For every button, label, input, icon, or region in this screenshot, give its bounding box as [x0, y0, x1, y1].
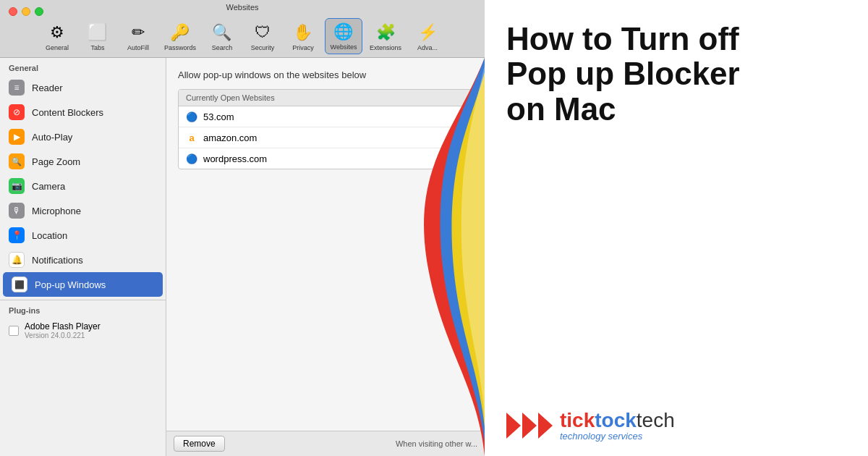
brand-tock: tock: [595, 409, 637, 431]
content-description: Allow pop-up windows on the websites bel…: [178, 69, 473, 80]
toolbar-privacy-label: Privacy: [292, 44, 314, 51]
sidebar-item-microphone[interactable]: 🎙 Microphone: [0, 198, 166, 223]
favicon-wordpress: 🔵: [186, 153, 197, 164]
brand-arrow-1: [506, 413, 521, 439]
sidebar-camera-label: Camera: [32, 181, 65, 192]
safari-settings-panel: Websites ⚙ General ⬜ Tabs ✏ AutoFill 🔑 P…: [0, 0, 485, 456]
site-name-53: 53.com: [203, 111, 234, 122]
title-line1: How to Turn off: [506, 22, 846, 56]
brand-text: ticktocktech technology services: [560, 410, 675, 442]
general-icon: ⚙: [47, 22, 67, 43]
sidebar-popup-windows-label: Pop-up Windows: [35, 279, 106, 290]
sidebar-item-camera[interactable]: 📷 Camera: [0, 174, 166, 198]
sidebar-item-reader[interactable]: ≡ Reader: [0, 75, 166, 100]
toolbar-general-label: General: [46, 44, 69, 51]
auto-play-icon: ▶: [9, 129, 25, 145]
sidebar: General ≡ Reader ⊘ Content Blockers ▶ Au…: [0, 58, 166, 456]
plugin-version: Version 24.0.0.221: [25, 332, 101, 339]
minimize-button[interactable]: [22, 7, 30, 16]
sidebar-item-auto-play[interactable]: ▶ Auto-Play: [0, 124, 166, 149]
plugins-section-label: Plug-ins: [0, 300, 166, 318]
plugin-name: Adobe Flash Player: [25, 321, 101, 332]
camera-icon: 📷: [9, 178, 25, 194]
table-header: Currently Open Websites: [179, 90, 472, 106]
sidebar-item-page-zoom[interactable]: 🔍 Page Zoom: [0, 149, 166, 174]
brand-section: ticktocktech technology services: [506, 410, 846, 442]
article-title: How to Turn off Pop up Blocker on Mac: [506, 22, 846, 127]
sidebar-item-content-blockers[interactable]: ⊘ Content Blockers: [0, 100, 166, 124]
traffic-lights: [9, 7, 43, 16]
table-row[interactable]: 🔵 wordpress.com: [179, 148, 472, 169]
page-zoom-icon: 🔍: [9, 153, 25, 169]
brand-tick: tick: [560, 409, 595, 431]
brand-arrows: [506, 413, 553, 439]
websites-icon: 🌐: [333, 22, 354, 42]
favicon-53: 🔵: [186, 111, 197, 122]
close-button[interactable]: [9, 7, 17, 16]
sidebar-reader-label: Reader: [32, 83, 63, 93]
toolbar-tabs[interactable]: ⬜ Tabs: [79, 20, 116, 54]
autofill-icon: ✏: [128, 22, 148, 43]
location-icon: 📍: [9, 227, 25, 243]
site-name-wordpress: wordpress.com: [203, 153, 267, 164]
right-panel: How to Turn off Pop up Blocker on Mac ti…: [485, 0, 868, 456]
toolbar-search-label: Search: [212, 44, 233, 51]
extensions-icon: 🧩: [375, 22, 396, 43]
table-row[interactable]: 🔵 53.com: [179, 106, 472, 127]
sidebar-location-label: Location: [32, 230, 67, 241]
toolbar-advanced[interactable]: ⚡ Adva...: [409, 20, 446, 54]
sidebar-microphone-label: Microphone: [32, 206, 81, 216]
site-name-amazon: amazon.com: [203, 132, 257, 143]
popup-windows-icon: ⬛: [12, 276, 27, 292]
toolbar-passwords-label: Passwords: [164, 44, 196, 51]
remove-button[interactable]: Remove: [174, 436, 225, 452]
brand-sub: technology services: [560, 431, 675, 442]
microphone-icon: 🎙: [9, 203, 25, 219]
brand-tech: tech: [637, 409, 675, 431]
sidebar-page-zoom-label: Page Zoom: [32, 156, 80, 167]
brand-arrow-2: [522, 413, 537, 439]
sidebar-item-location[interactable]: 📍 Location: [0, 223, 166, 248]
toolbar-search[interactable]: 🔍 Search: [203, 20, 241, 54]
toolbar-advanced-label: Adva...: [417, 44, 438, 51]
plugin-info: Adobe Flash Player Version 24.0.0.221: [25, 321, 101, 339]
sidebar-item-notifications[interactable]: 🔔 Notifications: [0, 248, 166, 272]
title-line3: on Mac: [506, 92, 846, 127]
toolbar-security-label: Security: [251, 44, 275, 51]
when-visiting-label: When visiting other w...: [396, 439, 477, 448]
maximize-button[interactable]: [35, 7, 43, 16]
table-row[interactable]: a amazon.com: [179, 127, 472, 148]
advanced-icon: ⚡: [417, 22, 438, 43]
main-content: General ≡ Reader ⊘ Content Blockers ▶ Au…: [0, 58, 485, 456]
content-blockers-icon: ⊘: [9, 104, 25, 120]
toolbar-extensions-label: Extensions: [370, 44, 401, 51]
adobe-flash-plugin: Adobe Flash Player Version 24.0.0.221: [0, 318, 166, 343]
toolbar-autofill-label: AutoFill: [127, 44, 149, 51]
sidebar-item-popup-windows[interactable]: ⬛ Pop-up Windows: [3, 272, 163, 297]
brand-name: ticktocktech: [560, 410, 675, 431]
toolbar-websites-label: Websites: [331, 43, 357, 51]
toolbar-privacy[interactable]: ✋ Privacy: [284, 20, 322, 54]
toolbar-websites[interactable]: 🌐 Websites: [325, 18, 362, 54]
notifications-icon: 🔔: [9, 252, 25, 268]
toolbar-tabs-label: Tabs: [90, 44, 104, 51]
toolbar-passwords[interactable]: 🔑 Passwords: [160, 20, 200, 54]
sidebar-notifications-label: Notifications: [32, 255, 83, 266]
plugin-checkbox[interactable]: [9, 326, 19, 336]
sidebar-auto-play-label: Auto-Play: [32, 132, 72, 143]
content-panel: Allow pop-up windows on the websites bel…: [166, 58, 485, 456]
security-icon: 🛡: [252, 22, 273, 43]
tabs-icon: ⬜: [88, 22, 108, 43]
sidebar-content-blockers-label: Content Blockers: [32, 107, 103, 118]
toolbar-security[interactable]: 🛡 Security: [244, 20, 281, 54]
privacy-icon: ✋: [293, 22, 313, 43]
window-title: Websites: [226, 3, 258, 12]
brand-arrow-3: [538, 413, 553, 439]
toolbar-general[interactable]: ⚙ General: [38, 20, 76, 54]
toolbar-autofill[interactable]: ✏ AutoFill: [119, 20, 157, 54]
favicon-amazon: a: [186, 132, 197, 143]
passwords-icon: 🔑: [170, 22, 190, 43]
search-icon: 🔍: [212, 22, 232, 43]
websites-table: Currently Open Websites 🔵 53.com a amazo…: [178, 89, 473, 169]
toolbar-extensions[interactable]: 🧩 Extensions: [365, 20, 406, 54]
